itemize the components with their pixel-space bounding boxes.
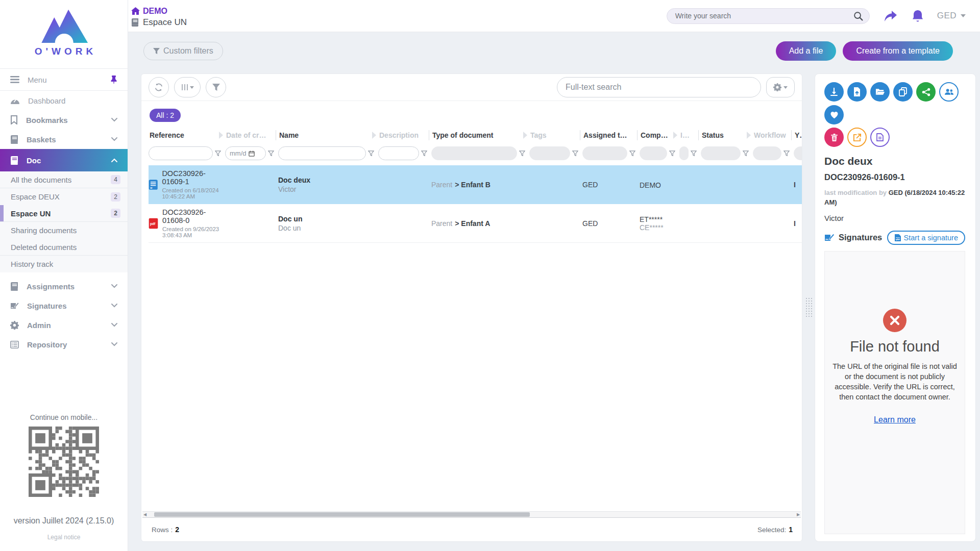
cell-company[interactable]: ET***** CE*****	[640, 204, 679, 243]
columns-button[interactable]	[174, 77, 201, 97]
cell-status[interactable]	[701, 165, 753, 204]
cell-reference[interactable]: pdf DOC230926-01608-0 Created on 9/26/20…	[149, 204, 225, 243]
cell-workflow[interactable]	[753, 165, 794, 204]
refresh-button[interactable]	[149, 77, 169, 97]
sidebar-subitem-espace-deux[interactable]: Espace DEUX 2	[0, 188, 128, 205]
column-header-company[interactable]: Comp…	[640, 127, 679, 143]
cell-i[interactable]	[679, 165, 701, 204]
filter-funnel-icon[interactable]	[669, 151, 675, 157]
column-header-workflow[interactable]: Workflow	[753, 127, 794, 143]
download-button[interactable]	[824, 82, 844, 102]
filter-funnel-icon[interactable]	[691, 151, 697, 157]
cell-workflow[interactable]	[753, 204, 794, 243]
sidebar-item-admin[interactable]: Admin	[0, 315, 128, 335]
learn-more-link[interactable]: Learn more	[874, 415, 916, 424]
column-header-status[interactable]: Status	[701, 127, 753, 143]
filter-funnel-icon[interactable]	[519, 151, 525, 157]
cell-description[interactable]	[378, 204, 431, 243]
tab-all[interactable]: All : 2	[150, 109, 181, 122]
cell-tags[interactable]	[529, 165, 582, 204]
scroll-left-arrow[interactable]: ◀	[142, 512, 148, 517]
share-button[interactable]	[916, 82, 936, 102]
custom-filters-button[interactable]: Custom filters	[143, 42, 223, 60]
create-template-button[interactable]: Create from a template	[843, 41, 953, 61]
horizontal-scrollbar[interactable]: ◀ ▶	[142, 511, 801, 518]
sidebar-item-baskets[interactable]: Baskets	[0, 130, 128, 149]
column-header-date[interactable]: Date of cr…	[225, 127, 278, 143]
sidebar-subitem-all-documents[interactable]: All the documents 4	[0, 171, 128, 188]
cell-company[interactable]: DEMO	[640, 165, 679, 204]
cell-assigned[interactable]: GED	[582, 204, 640, 243]
column-header-name[interactable]: Name	[278, 127, 378, 143]
filter-funnel-icon[interactable]	[572, 151, 578, 157]
cell-name[interactable]: Doc deux Victor	[278, 165, 378, 204]
column-header-type[interactable]: Type of document	[431, 127, 529, 143]
cell-description[interactable]	[378, 165, 431, 204]
sidebar-item-doc[interactable]: Doc	[0, 149, 128, 171]
sidebar-subitem-deleted-documents[interactable]: Deleted documents	[0, 239, 128, 256]
scrollbar-track[interactable]	[148, 512, 796, 517]
filter-button[interactable]	[206, 77, 226, 97]
filter-funnel-icon[interactable]	[421, 151, 427, 157]
hamburger-icon[interactable]	[10, 76, 19, 83]
cell-assigned[interactable]: GED	[582, 165, 640, 204]
scroll-right-arrow[interactable]: ▶	[796, 512, 801, 517]
filter-funnel-icon[interactable]	[268, 151, 274, 157]
column-header-reference[interactable]: Reference	[149, 127, 225, 143]
cell-date[interactable]	[225, 165, 278, 204]
menu-toggle-row[interactable]: Menu	[0, 68, 128, 91]
resize-handle[interactable]	[806, 298, 812, 317]
sidebar-subitem-sharing-documents[interactable]: Sharing documents	[0, 222, 128, 239]
open-folder-button[interactable]	[870, 82, 890, 102]
column-header-i[interactable]: I…	[679, 127, 701, 143]
sidebar-item-assignments[interactable]: Assignments	[0, 277, 128, 296]
cell-y[interactable]: I	[794, 204, 802, 243]
pin-icon[interactable]	[110, 76, 117, 84]
add-file-button[interactable]: Add a file	[776, 41, 837, 61]
scrollbar-thumb[interactable]	[154, 512, 530, 517]
cell-tags[interactable]	[529, 204, 582, 243]
cell-status[interactable]	[701, 204, 753, 243]
search-icon[interactable]	[853, 11, 863, 21]
cell-date[interactable]	[225, 204, 278, 243]
share-forward-icon[interactable]	[883, 9, 898, 22]
copy-button[interactable]	[893, 82, 913, 102]
cell-type[interactable]: Parent > Enfant B	[431, 165, 529, 204]
column-header-y[interactable]: Y…	[794, 127, 802, 143]
sidebar-item-dashboard[interactable]: Dashboard	[0, 91, 128, 110]
sidebar-item-bookmarks[interactable]: Bookmarks	[0, 110, 128, 130]
edit-button[interactable]	[847, 128, 867, 147]
upload-version-button[interactable]	[847, 82, 867, 102]
legal-notice-link[interactable]: Legal notice	[0, 534, 128, 541]
calendar-icon[interactable]	[249, 151, 255, 157]
sidebar-item-repository[interactable]: Repository	[0, 335, 128, 354]
table-settings-button[interactable]	[766, 77, 795, 97]
sidebar-subitem-espace-un[interactable]: Espace UN 2	[0, 205, 128, 222]
users-button[interactable]	[939, 82, 959, 102]
column-header-tags[interactable]: Tags	[529, 127, 582, 143]
filter-description-input[interactable]	[378, 146, 419, 160]
user-menu[interactable]: GED	[937, 11, 966, 21]
filter-name-input[interactable]	[278, 146, 366, 160]
column-header-description[interactable]: Description	[378, 127, 431, 143]
filter-reference-input[interactable]	[149, 146, 213, 160]
filter-funnel-icon[interactable]	[783, 151, 790, 157]
cell-y[interactable]: I	[794, 165, 802, 204]
filter-funnel-icon[interactable]	[629, 151, 635, 157]
sidebar-subitem-history-track[interactable]: History track	[0, 256, 128, 272]
cell-reference[interactable]: w DOC230926-01609-1 Created on 6/18/2024…	[149, 165, 225, 204]
fulltext-search-input[interactable]	[566, 83, 752, 92]
document-properties-button[interactable]	[870, 128, 890, 147]
cell-i[interactable]	[679, 204, 701, 243]
cell-type[interactable]: Parent > Enfant A	[431, 204, 529, 243]
date-filter-input[interactable]: mm/d	[225, 146, 266, 160]
favorite-button[interactable]	[824, 105, 844, 124]
global-search-input[interactable]	[675, 12, 853, 20]
filter-funnel-icon[interactable]	[743, 151, 749, 157]
cell-name[interactable]: Doc un Doc un	[278, 204, 378, 243]
sidebar-item-signatures[interactable]: Signatures	[0, 296, 128, 315]
start-signature-button[interactable]: Start a signature	[887, 231, 965, 245]
bell-icon[interactable]	[912, 9, 924, 23]
delete-button[interactable]	[824, 128, 844, 147]
filter-funnel-icon[interactable]	[215, 151, 221, 157]
